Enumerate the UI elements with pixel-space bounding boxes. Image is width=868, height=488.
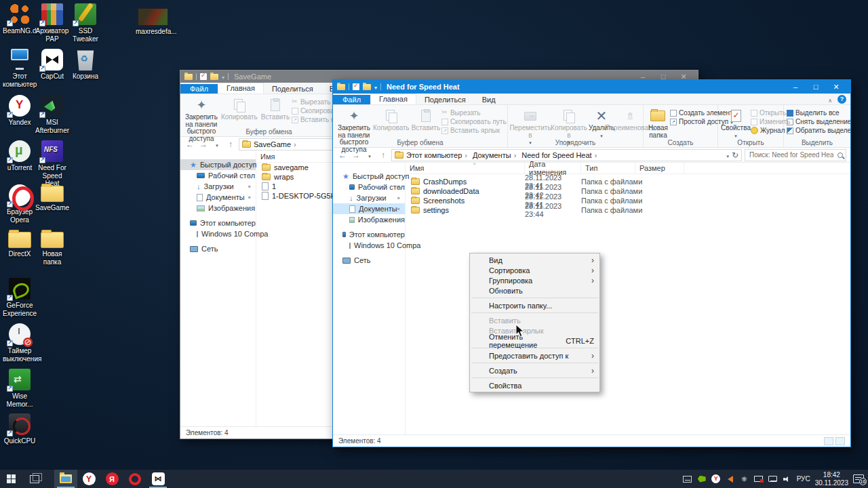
new-folder-icon[interactable] (363, 84, 371, 90)
column-header-name[interactable]: Имя (406, 163, 525, 174)
sidebar-item-quick-access[interactable]: ★Быстрый доступ (333, 171, 405, 182)
network-icon[interactable] (768, 475, 778, 483)
delete-button[interactable]: ✕ Удалить (588, 107, 615, 140)
column-header-size[interactable]: Размер (635, 163, 684, 174)
titlebar[interactable]: Need for Speed Heat – □ ✕ (333, 80, 850, 94)
sidebar-item-desktop[interactable]: Рабочий стол✦ (333, 182, 405, 192)
sidebar-item-downloads[interactable]: ↓Загрузки✦ (180, 181, 256, 192)
taskbar-item-opera[interactable] (123, 470, 146, 488)
properties-button[interactable]: Свойства (721, 107, 751, 140)
menu-item-undo-move[interactable]: Отменить перемещениеCTRL+Z (470, 336, 599, 346)
touch-keyboard-icon[interactable] (683, 475, 692, 483)
tab-home[interactable]: Главная (218, 83, 264, 94)
desktop-icon-directx-folder[interactable]: DirectX (3, 229, 37, 258)
column-header-date[interactable]: Дата изменения (525, 163, 581, 174)
breadcrumb-this-pc[interactable]: Этот компьютер (406, 151, 470, 159)
volume-icon[interactable] (783, 475, 792, 483)
paste-shortcut-button[interactable]: Вставить ярлык (441, 127, 507, 134)
language-indicator[interactable]: РУС (797, 475, 810, 483)
sidebar-item-network[interactable]: Сеть (333, 255, 405, 266)
address-box[interactable]: Этот компьютер Документы Need for Speed … (391, 149, 742, 161)
up-button[interactable]: ↑ (225, 140, 236, 149)
close-button[interactable]: ✕ (826, 81, 846, 93)
desktop-icon-wise-memory[interactable]: Wise Memor... (3, 369, 37, 408)
clock[interactable]: 18:4230.11.2023 (815, 471, 848, 487)
desktop-icon-savegame-folder[interactable]: SaveGame (35, 183, 69, 212)
paste-button[interactable]: Вставить (410, 107, 441, 133)
file-row-crashdumps[interactable]: CrashDumps 28.11.2023 23:41 Папка с файл… (406, 177, 850, 186)
menu-item-paste[interactable]: Вставить (470, 315, 599, 325)
sidebar-item-downloads[interactable]: ↓Загрузки✦ (333, 192, 405, 203)
search-input[interactable] (748, 150, 835, 159)
chevron-down-icon[interactable] (726, 151, 729, 159)
sidebar-item-documents[interactable]: Документы✦ (333, 203, 405, 214)
audio-device-icon[interactable] (726, 475, 735, 483)
breadcrumb[interactable]: SaveGame (254, 140, 299, 148)
sidebar-item-network[interactable]: Сеть (180, 243, 256, 254)
desktop-icon-maxresdefault[interactable]: maxresdefa... (136, 8, 170, 36)
menu-item-group[interactable]: Группировка (470, 275, 599, 285)
sidebar-item-pictures[interactable]: Изображения✦ (180, 203, 256, 214)
desktop-icon-capcut[interactable]: CapCut (35, 49, 69, 81)
thumbnails-view-button[interactable] (835, 437, 845, 445)
sidebar-item-pictures[interactable]: Изображения✦ (333, 214, 405, 225)
chevron-down-icon[interactable] (222, 73, 224, 81)
sidebar-item-homegroup[interactable]: Windows 10 Compa (333, 240, 405, 251)
nvidia-tray-icon[interactable] (697, 475, 707, 483)
desktop-icon-utorrent[interactable]: uTorrent (3, 140, 37, 172)
taskbar-item-capcut[interactable]: ⋈ (146, 470, 170, 488)
desktop-icon-nfs-heat[interactable]: Need For Speed Heat (35, 140, 69, 188)
task-view-button[interactable] (23, 470, 46, 488)
sidebar-item-this-pc[interactable]: Этот компьютер (180, 218, 256, 228)
sidebar-item-documents[interactable]: Документы✦ (180, 192, 256, 203)
tab-share[interactable]: Поделиться (416, 95, 474, 104)
desktop-icon-opera[interactable]: Браузер Opera (3, 184, 37, 224)
minimize-button[interactable]: – (785, 81, 806, 93)
file-row-settings[interactable]: settings 28.11.2023 23:44 Папка с файлам… (406, 205, 850, 215)
new-folder-button[interactable]: Новаяпапка (646, 107, 670, 140)
taskbar-item-yandex-browser[interactable]: Y (77, 470, 100, 488)
display-driver-icon[interactable] (754, 475, 764, 483)
chevron-down-icon[interactable] (374, 83, 377, 91)
search-icon[interactable] (837, 152, 843, 158)
start-button[interactable] (0, 470, 23, 488)
select-all-button[interactable]: Выделить все (787, 109, 851, 117)
folder-icon[interactable] (337, 84, 345, 90)
breadcrumb-documents[interactable]: Документы (473, 151, 519, 159)
sidebar-item-homegroup[interactable]: Windows 10 Compa (180, 228, 256, 239)
tab-file[interactable]: Файл (333, 95, 370, 104)
copy-path-button[interactable]: Скопировать путь (441, 118, 507, 125)
file-row-screenshots[interactable]: Screenshots 28.11.2023 23:41 Папка с фай… (406, 196, 850, 205)
copy-button[interactable]: Копировать (372, 107, 410, 133)
up-button[interactable]: ↑ (378, 150, 389, 160)
desktop-icon-ssd-tweaker[interactable]: SSD Tweaker (68, 3, 102, 43)
folder-icon[interactable] (184, 74, 193, 80)
tab-view[interactable]: Вид (474, 95, 504, 104)
sidebar-item-this-pc[interactable]: Этот компьютер (333, 229, 405, 240)
pin-to-quick-access-button[interactable]: ✦ Закрепить на панели быстрого доступа (183, 96, 220, 143)
menu-item-new[interactable]: Создать (470, 365, 599, 375)
menu-item-refresh[interactable]: Обновить (470, 285, 599, 296)
desktop-icon-shutdown-timer[interactable]: Таймер выключения (3, 323, 37, 363)
help-icon[interactable]: ? (837, 95, 846, 104)
tab-file[interactable]: Файл (180, 84, 218, 94)
maximize-button[interactable]: □ (806, 81, 826, 93)
search-box[interactable] (745, 149, 846, 161)
copy-button[interactable]: Копировать (220, 96, 259, 122)
tab-share[interactable]: Поделиться (264, 84, 321, 94)
yandex-tray-icon[interactable]: Y (711, 475, 721, 483)
desktop-icon-quickcpu[interactable]: QuickCPU (3, 413, 37, 445)
desktop-icon-new-folder[interactable]: Новая папка (35, 229, 69, 266)
desktop-icon-recycle-bin[interactable]: Корзина (68, 49, 102, 81)
menu-item-properties[interactable]: Свойства (470, 380, 599, 390)
select-none-button[interactable]: Снять выделение (787, 118, 851, 125)
desktop-icon-archiver[interactable]: Архиватор PAP (35, 3, 69, 43)
invert-selection-button[interactable]: Обратить выделение (787, 127, 851, 134)
column-header-type[interactable]: Тип (581, 163, 635, 174)
menu-item-sort[interactable]: Сортировка (470, 265, 599, 275)
new-folder-icon[interactable] (210, 74, 218, 80)
collapse-ribbon-icon[interactable] (828, 96, 832, 104)
sidebar-item-desktop[interactable]: Рабочий стол✦ (180, 170, 256, 181)
desktop-icon-yandex[interactable]: Yandex (3, 95, 37, 127)
usb-icon[interactable]: ⎈ (740, 475, 749, 483)
